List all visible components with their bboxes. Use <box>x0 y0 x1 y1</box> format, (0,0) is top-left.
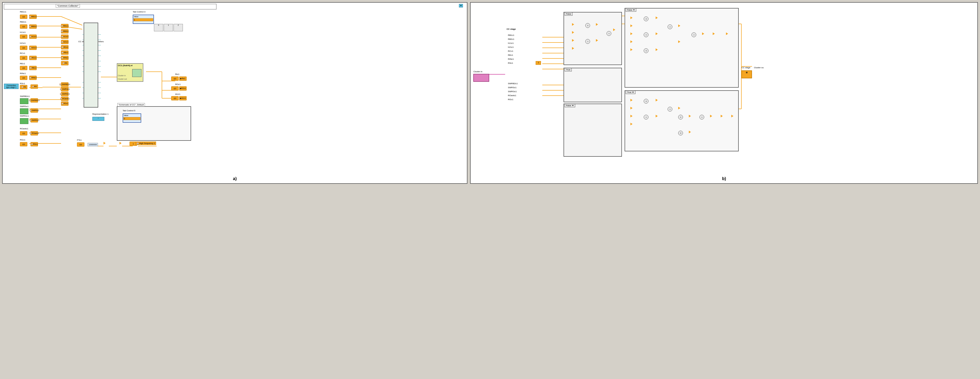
b-rb1c1: RB1c1 <box>508 34 514 37</box>
ftc1-numeric[interactable]: I23 <box>77 142 84 147</box>
h11c1-bundle: 🏠h11c1 <box>61 35 68 39</box>
bundle-block <box>84 22 98 108</box>
b-roantc1: ROantc1 <box>508 94 516 97</box>
roantc1-bundle: 🏠ROantc1 <box>61 97 68 101</box>
rs-node: 🏠RS <box>30 84 38 89</box>
tab-value-label: Value <box>133 15 153 18</box>
b-swrb2c1: SWRB2c1 <box>508 82 518 85</box>
auc1-out-num: I23 <box>171 96 179 100</box>
panel-b-label: b) <box>722 176 726 181</box>
h21c1-numeric[interactable]: I23 <box>20 46 27 50</box>
bb-tri-3 <box>630 115 633 118</box>
roantc1-output: 🏠ROantc1 <box>30 131 38 135</box>
tri-3 <box>572 39 574 42</box>
swrgc1-label: SWRGc1 <box>20 115 29 117</box>
tab5-indicator: 0 <box>123 117 140 120</box>
panel-a-title: "Common Collector" <box>56 4 80 8</box>
tab-control-3[interactable]: Value 1 <box>133 14 154 24</box>
panel-a-label: a) <box>233 176 237 181</box>
rsc1-numeric-rs[interactable]: 🏠RS <box>20 85 27 89</box>
tab-opt-1[interactable]: 1 <box>164 24 173 31</box>
tab-1-indicator: 1 <box>134 18 153 21</box>
auc1-label-top: AUc1 <box>175 93 180 96</box>
h11c1-output: 🏠h11c1 <box>29 35 37 39</box>
panel-a-canvas: "Common Collector" ▼ Connection type sta… <box>3 3 467 183</box>
dropdown-arrow[interactable]: ▼ <box>459 4 463 8</box>
swrgc1-bundle: 🏠SWRGc1 <box>61 92 68 96</box>
svg-rect-1 <box>4 4 216 9</box>
tab-control-5-label: Tab Control 5 <box>123 110 135 112</box>
rinc1-numeric[interactable]: I23 <box>20 76 27 80</box>
rcc1-numeric[interactable]: I23 <box>20 56 27 60</box>
subvi-output-label: Cluster out <box>118 78 127 80</box>
roantc1-numeric[interactable]: I23 <box>20 131 27 135</box>
bb-tri-2 <box>630 107 633 110</box>
roc1-label-top: ROc1 <box>175 83 180 86</box>
rgc1-output: 🏠RGc1 <box>30 142 38 147</box>
bb-add-2: + <box>678 115 683 119</box>
representation-ctrl[interactable]: ↔ <box>92 117 104 121</box>
b-h21c1: h21c1 <box>508 46 514 48</box>
cc-stage-out-label: CC stage <box>741 66 750 69</box>
swrsc1-output: 🏠SWRSc1 <box>30 108 38 113</box>
b-tri-13 <box>726 32 728 35</box>
main-container: "Common Collector" ▼ Connection type sta… <box>0 0 980 186</box>
rcc1-bundle: 🏠RCc1 <box>61 45 68 49</box>
b-rsc1: RSc1 <box>508 62 513 64</box>
rgc1-label: RGc1 <box>20 139 25 141</box>
b-indicator-1: 1 <box>536 61 541 65</box>
b-add-2: + <box>644 48 649 53</box>
swrb2c1-label: SWRB2c1 <box>20 95 30 97</box>
tab5-value: Value <box>123 114 141 117</box>
h11c1-numeric[interactable]: I23 <box>20 35 27 39</box>
panel-b: Cluster in CC stage RB1c1 RB2c1 h11c1 h2… <box>470 2 978 184</box>
rec1-label-top: REc1 <box>20 62 25 65</box>
tri-2 <box>572 31 574 34</box>
b-tri-11 <box>702 32 704 35</box>
b-swrsc1: SWRSc1 <box>508 86 516 89</box>
bb-tri-8 <box>689 115 691 118</box>
ric1-out-num: I23 <box>171 76 179 81</box>
b-tri-8 <box>655 48 658 51</box>
triangle-op-2 <box>119 142 122 145</box>
triangle-op-1 <box>103 142 106 145</box>
rgc1-numeric[interactable]: I23 <box>20 142 27 147</box>
tab-opt-0[interactable]: 0 <box>154 24 163 31</box>
tri-1 <box>572 23 574 26</box>
panel-b-canvas: Cluster in CC stage RB1c1 RB2c1 h11c1 h2… <box>471 3 977 183</box>
rb2c1-numeric[interactable]: I23 <box>20 24 27 29</box>
h21c1-output: 🏠h21c1 <box>29 46 37 50</box>
add-op-1: + <box>585 23 590 28</box>
tri-7 <box>613 29 615 31</box>
bb-tri-12 <box>689 131 691 133</box>
connection-type-box: Connection type stage 1 <box>4 84 19 89</box>
b-tri-4 <box>630 40 633 43</box>
rsc1-label-top: RSc1 <box>20 82 25 85</box>
rb1c1-numeric[interactable]: I23 <box>20 14 27 19</box>
freq-constant: 1000000 <box>88 143 98 147</box>
swrgc1-bool <box>20 118 29 124</box>
subvi-icon <box>132 69 142 77</box>
swrb2c1-output: 🏠SWRB2c1 <box>30 98 38 102</box>
rec1-bundle: 🏠REc1 <box>61 51 68 55</box>
rcc1-label-top: RCc1 <box>20 52 25 54</box>
rb2c1-label-top: RB2c1 <box>20 21 26 23</box>
bb-tri-7 <box>678 107 680 110</box>
roc1-out-num: I23 <box>171 86 179 91</box>
b-div-1: ÷ <box>644 32 649 37</box>
cluster-in-label-b: Cluster in <box>473 70 482 73</box>
h11c1-label-top: h11c1 <box>20 31 26 33</box>
bb-div-1: ÷ <box>644 115 649 119</box>
swrsc1-bool <box>20 108 29 114</box>
b-tri-2 <box>630 24 633 27</box>
bb-tri-5 <box>655 99 658 102</box>
rs-bundle: 🏠RS <box>61 61 68 65</box>
tab-control-5[interactable]: Value 0 <box>123 113 141 123</box>
cc-stage-out-cluster: ▦ <box>741 70 752 78</box>
b-add-1: + <box>644 16 649 21</box>
bb-tri-11 <box>731 115 733 118</box>
false-case-top: False + ÷ ÷ <box>563 12 622 65</box>
tab-opt-2[interactable]: 2 <box>173 24 183 31</box>
ric1-out-arrow: ▶Ric1 <box>179 76 187 81</box>
rec1-numeric[interactable]: I23 <box>20 66 27 70</box>
